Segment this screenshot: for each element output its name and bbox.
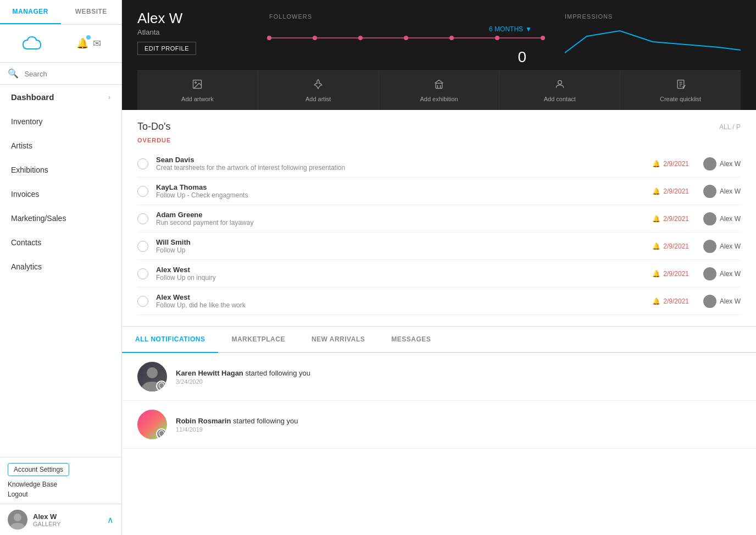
todo-desc-3: Follow Up	[156, 246, 632, 254]
header-dark: Alex W Atlanta EDIT PROFILE FOLLOWERS 6 …	[122, 0, 756, 110]
todo-desc-2: Run second payment for layaway	[156, 219, 632, 227]
todo-info-0: Sean Davis Creat tearsheets for the artw…	[156, 156, 632, 172]
sidebar-item-contacts[interactable]: Contacts	[0, 230, 121, 255]
todo-date-1: 🔔 2/9/2021	[640, 187, 689, 195]
sidebar-item-artists[interactable]: Artists	[0, 134, 121, 158]
todo-checkbox-1[interactable]	[137, 186, 148, 197]
todo-desc-4: Follow Up on inquiry	[156, 274, 632, 282]
sidebar-item-marketing[interactable]: Marketing/Sales	[0, 206, 121, 230]
todo-date-2: 🔔 2/9/2021	[640, 215, 689, 223]
envelope-icon[interactable]: ✉	[93, 37, 101, 49]
contact-icon	[554, 79, 565, 92]
todo-date-0: 🔔 2/9/2021	[640, 160, 689, 168]
create-quicklist-action[interactable]: Create quicklist	[620, 71, 741, 110]
tab-messages[interactable]: MESSAGES	[378, 327, 444, 353]
todo-checkbox-5[interactable]	[137, 296, 148, 307]
add-artwork-action[interactable]: Add artwork	[137, 71, 258, 110]
bell-alert-icon: 🔔	[652, 297, 660, 305]
assignee-avatar-1	[703, 185, 716, 198]
header-top: Alex W Atlanta EDIT PROFILE FOLLOWERS 6 …	[137, 10, 741, 66]
svg-point-6	[449, 36, 454, 40]
knowledge-base-link[interactable]: Knowledge Base	[8, 479, 114, 489]
todo-checkbox-4[interactable]	[137, 268, 148, 279]
todo-checkbox-3[interactable]	[137, 241, 148, 252]
todo-desc-1: Follow Up - Check engagments	[156, 191, 632, 199]
tab-new-arrivals[interactable]: NEW ARRIVALS	[298, 327, 378, 353]
sidebar-item-analytics[interactable]: Analytics	[0, 255, 121, 279]
content-area: To-Do's ALL / P OVERDUE Sean Davis Creat…	[122, 110, 756, 535]
exhibition-icon	[433, 79, 444, 92]
add-contact-label: Add contact	[544, 96, 576, 102]
profile-section: Alex W Atlanta EDIT PROFILE	[137, 10, 247, 55]
todo-date-5: 🔔 2/9/2021	[640, 297, 689, 305]
svg-point-8	[541, 36, 545, 40]
sidebar-user[interactable]: Alex W GALLERY ∧	[0, 504, 121, 535]
artwork-icon	[192, 79, 203, 92]
svg-point-23	[707, 269, 713, 275]
todo-contact-1: KayLa Thomas	[156, 183, 632, 191]
todo-info-1: KayLa Thomas Follow Up - Check engagment…	[156, 183, 632, 199]
todo-item: Sean Davis Creat tearsheets for the artw…	[137, 150, 741, 178]
todo-info-4: Alex West Follow Up on inquiry	[156, 266, 632, 282]
sidebar-bottom: Account Settings Knowledge Base Logout A…	[0, 457, 121, 535]
svg-point-2	[267, 36, 271, 40]
tab-all-notifications[interactable]: ALL NOTIFICATIONS	[122, 327, 218, 353]
tab-website[interactable]: WEBSITE	[61, 0, 122, 24]
add-exhibition-action[interactable]: Add exhibition	[379, 71, 500, 110]
quicklist-icon	[675, 79, 686, 92]
todo-item: Alex West Follow Up on inquiry 🔔 2/9/202…	[137, 260, 741, 288]
todo-item: Will Smith Follow Up 🔔 2/9/2021 Alex W	[137, 233, 741, 260]
add-artist-action[interactable]: Add artist	[258, 71, 379, 110]
assignee-avatar-3	[703, 240, 716, 253]
impressions-chart	[565, 25, 741, 58]
notifications-section: ALL NOTIFICATIONS MARKETPLACE NEW ARRIVA…	[122, 327, 756, 535]
svg-point-3	[313, 36, 317, 40]
todo-checkbox-2[interactable]	[137, 213, 148, 224]
svg-point-19	[707, 159, 713, 165]
sidebar-item-inventory[interactable]: Inventory	[0, 109, 121, 134]
sidebar-item-dashboard[interactable]: Dashboard ›	[0, 85, 121, 109]
impressions-label: IMPRESSIONS	[565, 13, 741, 20]
search-row[interactable]: 🔍	[0, 63, 121, 85]
todo-desc-0: Creat tearsheets for the artwork of inte…	[156, 164, 632, 172]
sidebar-item-exhibitions[interactable]: Exhibitions	[0, 158, 121, 182]
sidebar-item-invoices[interactable]: Invoices	[0, 182, 121, 206]
notif-text-1: Robin Rosmarin started following you 11/…	[176, 417, 741, 433]
search-input[interactable]	[24, 70, 109, 78]
todo-date-3: 🔔 2/9/2021	[640, 242, 689, 250]
tab-marketplace[interactable]: MARKETPLACE	[218, 327, 298, 353]
time-filter-label: 6 MONTHS	[489, 25, 523, 33]
edit-profile-button[interactable]: EDIT PROFILE	[137, 42, 196, 55]
time-filter-dropdown[interactable]: 6 MONTHS ▼	[489, 25, 532, 33]
sidebar-tab-bar: MANAGER WEBSITE	[0, 0, 121, 25]
quick-actions-bar: Add artwork Add artist Add exhibition Ad…	[137, 70, 741, 110]
todo-all-link[interactable]: ALL / P	[719, 123, 741, 131]
svg-point-22	[707, 242, 713, 247]
todo-assignee-5: Alex W	[697, 295, 741, 308]
notif-badge-0	[156, 380, 167, 391]
add-contact-action[interactable]: Add contact	[499, 71, 620, 110]
todo-item: Alex West Follow Up, did he like the wor…	[137, 288, 741, 315]
svg-point-24	[707, 297, 713, 302]
add-exhibition-label: Add exhibition	[420, 96, 458, 102]
artist-icon	[313, 79, 324, 92]
notif-date-0: 3/24/2020	[176, 378, 741, 385]
todo-info-5: Alex West Follow Up, did he like the wor…	[156, 293, 632, 309]
account-settings-box[interactable]: Account Settings	[0, 457, 121, 478]
profile-name: Alex W	[137, 10, 247, 27]
main-content: Alex W Atlanta EDIT PROFILE FOLLOWERS 6 …	[122, 0, 756, 535]
tab-manager[interactable]: MANAGER	[0, 0, 61, 24]
svg-point-0	[14, 514, 21, 521]
todo-assignee-4: Alex W	[697, 267, 741, 280]
svg-point-25	[147, 367, 158, 378]
cloud-icon[interactable]	[20, 32, 47, 54]
notification-item-0: Karen Hewitt Hagan started following you…	[122, 353, 756, 401]
bell-icon[interactable]: 🔔	[76, 37, 88, 49]
notifications-tab-bar: ALL NOTIFICATIONS MARKETPLACE NEW ARRIVA…	[122, 327, 756, 353]
bell-alert-icon: 🔔	[652, 270, 660, 278]
svg-point-4	[358, 36, 363, 40]
sidebar-nav: Dashboard › Inventory Artists Exhibition…	[0, 85, 121, 279]
svg-point-10	[195, 82, 197, 84]
logout-link[interactable]: Logout	[8, 489, 114, 499]
todo-checkbox-0[interactable]	[137, 158, 148, 169]
